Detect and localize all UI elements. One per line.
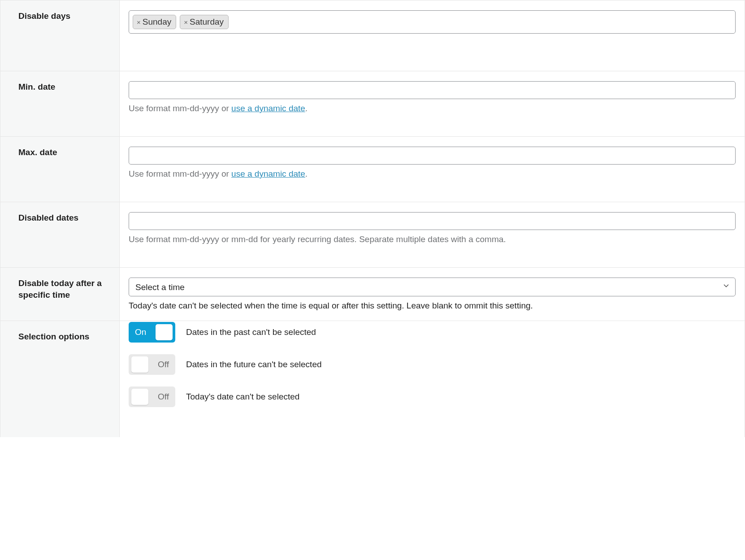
remove-icon[interactable]: ×: [184, 19, 188, 26]
toggle-text: Dates in the future can't be selected: [186, 360, 322, 369]
label-cell: Disable days: [0, 0, 120, 71]
row-disable-days: Disable days × Sunday × Saturday: [0, 0, 745, 71]
disable-today-select[interactable]: Select a time: [129, 278, 736, 296]
label-cell: Disable today after a specific time: [0, 268, 120, 321]
toggle-state-label: Off: [158, 360, 169, 369]
label-cell: Disabled dates: [0, 202, 120, 267]
disabled-dates-input[interactable]: [129, 212, 736, 230]
disabled-dates-label: Disabled dates: [18, 213, 78, 222]
tag-saturday[interactable]: × Saturday: [180, 15, 229, 29]
min-date-input[interactable]: [129, 81, 736, 99]
row-disabled-dates: Disabled dates Use format mm-dd-yyyy or …: [0, 202, 745, 267]
toggle-past-dates[interactable]: On: [129, 322, 175, 343]
selection-options-label: Selection options: [18, 332, 89, 341]
toggle-text: Today's date can't be selected: [186, 392, 299, 402]
label-cell: Selection options: [0, 321, 120, 437]
row-selection-options: Selection options On Dates in the past c…: [0, 321, 745, 437]
disable-today-helper: Today's date can't be selected when the …: [129, 301, 736, 311]
disabled-dates-helper: Use format mm-dd-yyyy or mm-dd for yearl…: [129, 234, 736, 244]
label-cell: Max. date: [0, 137, 120, 202]
dynamic-date-link[interactable]: use a dynamic date: [231, 104, 305, 113]
toggle-knob: [156, 324, 173, 340]
tag-sunday[interactable]: × Sunday: [133, 15, 176, 29]
dynamic-date-link[interactable]: use a dynamic date: [231, 169, 305, 178]
disable-days-input[interactable]: × Sunday × Saturday: [129, 10, 736, 34]
helper-prefix: Use format mm-dd-yyyy or: [129, 169, 231, 178]
disable-today-select-wrap: Select a time: [129, 278, 736, 296]
helper-prefix: Use format mm-dd-yyyy or: [129, 104, 231, 113]
label-cell: Min. date: [0, 71, 120, 136]
toggle-row-past: On Dates in the past can't be selected: [129, 322, 736, 343]
field-cell: On Dates in the past can't be selected O…: [120, 321, 745, 437]
settings-form: Disable days × Sunday × Saturday Min. da…: [0, 0, 745, 437]
tag-label: Sunday: [143, 17, 171, 27]
max-date-label: Max. date: [18, 148, 57, 157]
max-date-input[interactable]: [129, 147, 736, 165]
row-disable-today: Disable today after a specific time Sele…: [0, 267, 745, 321]
toggle-knob: [131, 356, 148, 373]
toggle-row-today: Off Today's date can't be selected: [129, 386, 736, 407]
toggle-state-label: Off: [158, 392, 169, 402]
toggle-today-date[interactable]: Off: [129, 386, 175, 407]
field-cell: Use format mm-dd-yyyy or use a dynamic d…: [120, 137, 745, 202]
remove-icon[interactable]: ×: [137, 19, 141, 26]
row-max-date: Max. date Use format mm-dd-yyyy or use a…: [0, 136, 745, 202]
toggle-knob: [131, 389, 148, 405]
max-date-helper: Use format mm-dd-yyyy or use a dynamic d…: [129, 169, 736, 179]
min-date-label: Min. date: [18, 82, 55, 91]
tag-label: Saturday: [190, 17, 224, 27]
min-date-helper: Use format mm-dd-yyyy or use a dynamic d…: [129, 104, 736, 113]
toggle-text: Dates in the past can't be selected: [186, 327, 316, 337]
helper-suffix: .: [305, 169, 308, 178]
toggle-row-future: Off Dates in the future can't be selecte…: [129, 354, 736, 375]
toggle-future-dates[interactable]: Off: [129, 354, 175, 375]
disable-days-label: Disable days: [18, 11, 70, 21]
field-cell: Use format mm-dd-yyyy or use a dynamic d…: [120, 71, 745, 136]
row-min-date: Min. date Use format mm-dd-yyyy or use a…: [0, 71, 745, 136]
helper-suffix: .: [305, 104, 308, 113]
field-cell: × Sunday × Saturday: [120, 0, 745, 71]
field-cell: Use format mm-dd-yyyy or mm-dd for yearl…: [120, 202, 745, 267]
toggle-state-label: On: [135, 327, 146, 337]
field-cell: Select a time Today's date can't be sele…: [120, 268, 745, 321]
disable-today-label: Disable today after a specific time: [18, 278, 102, 300]
